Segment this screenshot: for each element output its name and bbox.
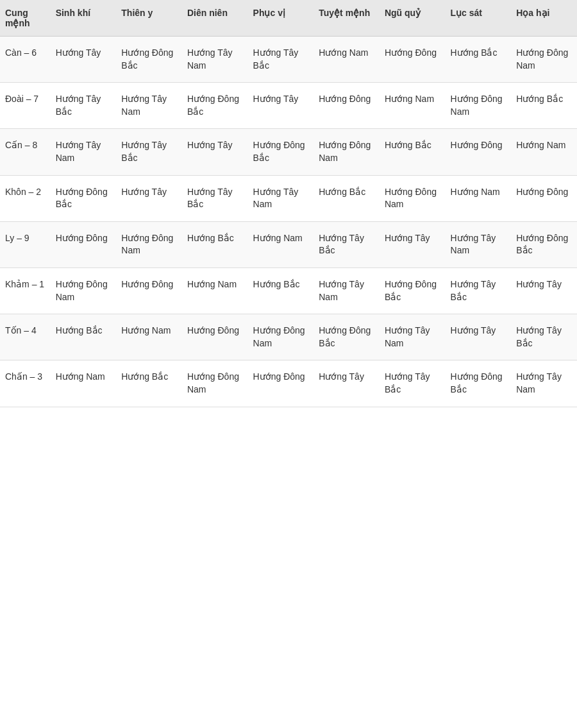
table-row: Ly – 9Hướng ĐôngHướng Đông NamHướng BắcH…	[0, 221, 577, 267]
cell-dien_nien: Hướng Tây	[182, 129, 248, 175]
table-row: Cấn – 8Hướng Tây NamHướng Tây BắcHướng T…	[0, 129, 577, 175]
cell-cung_menh: Cấn – 8	[0, 129, 51, 175]
cell-dien_nien: Hướng Đông Bắc	[182, 83, 248, 129]
cell-luc_sat: Hướng Tây Nam	[446, 221, 512, 267]
cell-tuyet_menh: Hướng Đông Nam	[314, 129, 380, 175]
header-luc-sat: Lục sát	[446, 0, 512, 37]
table-header-row: Cung mệnh Sinh khí Thiên y Diên niên Phụ…	[0, 0, 577, 37]
cell-hoa_hai: Hướng Đông	[511, 175, 577, 221]
cell-ngu_quy: Hướng Tây	[380, 221, 446, 267]
cell-phuc_vi: Hướng Đông	[248, 360, 314, 407]
cell-phuc_vi: Hướng Nam	[248, 221, 314, 267]
cell-ngu_quy: Hướng Tây Bắc	[380, 360, 446, 407]
cell-thien_y: Hướng Tây	[116, 175, 182, 221]
cell-tuyet_menh: Hướng Bắc	[314, 175, 380, 221]
cell-hoa_hai: Hướng Nam	[511, 129, 577, 175]
cell-cung_menh: Tốn – 4	[0, 314, 51, 360]
header-cung-menh: Cung mệnh	[0, 0, 51, 37]
cell-luc_sat: Hướng Đông Nam	[446, 83, 512, 129]
cell-ngu_quy: Hướng Đông	[380, 37, 446, 83]
cell-ngu_quy: Hướng Đông Bắc	[380, 267, 446, 314]
cell-hoa_hai: Hướng Đông Bắc	[511, 221, 577, 267]
cell-sinh_khi: Hướng Tây Bắc	[51, 83, 117, 129]
table-row: Khôn – 2Hướng Đông BắcHướng TâyHướng Tây…	[0, 175, 577, 221]
cell-luc_sat: Hướng Tây	[446, 314, 512, 360]
cell-sinh_khi: Hướng Tây	[51, 37, 117, 83]
cell-cung_menh: Ly – 9	[0, 221, 51, 267]
cell-luc_sat: Hướng Bắc	[446, 37, 512, 83]
cell-tuyet_menh: Hướng Đông Bắc	[314, 314, 380, 360]
cell-sinh_khi: Hướng Tây Nam	[51, 129, 117, 175]
table-container: Cung mệnh Sinh khí Thiên y Diên niên Phụ…	[0, 0, 577, 407]
cell-thien_y: Hướng Đông	[116, 267, 182, 314]
cell-dien_nien: Hướng Nam	[182, 267, 248, 314]
header-phuc-vi: Phục vị	[248, 0, 314, 37]
header-ngu-quy: Ngũ quỷ	[380, 0, 446, 37]
cell-phuc_vi: Hướng Bắc	[248, 267, 314, 314]
cell-hoa_hai: Hướng Tây	[511, 267, 577, 314]
cell-thien_y: Hướng Bắc	[116, 360, 182, 407]
cell-hoa_hai: Hướng Tây Bắc	[511, 314, 577, 360]
header-sinh-khi: Sinh khí	[51, 0, 117, 37]
cell-cung_menh: Càn – 6	[0, 37, 51, 83]
cell-ngu_quy: Hướng Đông Nam	[380, 175, 446, 221]
cell-thien_y: Hướng Đông Nam	[116, 221, 182, 267]
table-row: Chấn – 3Hướng NamHướng BắcHướng Đông Nam…	[0, 360, 577, 407]
cell-sinh_khi: Hướng Đông Bắc	[51, 175, 117, 221]
cell-dien_nien: Hướng Đông Nam	[182, 360, 248, 407]
header-tuyet-menh: Tuyệt mệnh	[314, 0, 380, 37]
cell-cung_menh: Khôn – 2	[0, 175, 51, 221]
cell-cung_menh: Khảm – 1	[0, 267, 51, 314]
cell-dien_nien: Hướng Bắc	[182, 221, 248, 267]
cell-cung_menh: Đoài – 7	[0, 83, 51, 129]
cell-thien_y: Hướng Tây Bắc	[116, 129, 182, 175]
cell-sinh_khi: Hướng Nam	[51, 360, 117, 407]
header-hoa-hai: Họa hại	[511, 0, 577, 37]
cell-tuyet_menh: Hướng Tây	[314, 360, 380, 407]
table-row: Càn – 6Hướng TâyHướng Đông BắcHướng Tây …	[0, 37, 577, 83]
table-row: Khảm – 1Hướng Đông NamHướng ĐôngHướng Na…	[0, 267, 577, 314]
cell-tuyet_menh: Hướng Nam	[314, 37, 380, 83]
cell-tuyet_menh: Hướng Tây Nam	[314, 267, 380, 314]
cell-phuc_vi: Hướng Tây Bắc	[248, 37, 314, 83]
cell-ngu_quy: Hướng Bắc	[380, 129, 446, 175]
cell-ngu_quy: Hướng Nam	[380, 83, 446, 129]
cell-thien_y: Hướng Nam	[116, 314, 182, 360]
cell-luc_sat: Hướng Đông	[446, 129, 512, 175]
cell-dien_nien: Hướng Tây Nam	[182, 37, 248, 83]
cell-hoa_hai: Hướng Đông Nam	[511, 37, 577, 83]
cell-ngu_quy: Hướng Tây Nam	[380, 314, 446, 360]
header-dien-nien: Diên niên	[182, 0, 248, 37]
cell-luc_sat: Hướng Tây Bắc	[446, 267, 512, 314]
cell-phuc_vi: Hướng Tây	[248, 83, 314, 129]
cell-cung_menh: Chấn – 3	[0, 360, 51, 407]
cell-thien_y: Hướng Tây Nam	[116, 83, 182, 129]
header-thien-y: Thiên y	[116, 0, 182, 37]
cell-phuc_vi: Hướng Tây Nam	[248, 175, 314, 221]
cell-sinh_khi: Hướng Bắc	[51, 314, 117, 360]
table-row: Tốn – 4Hướng BắcHướng NamHướng ĐôngHướng…	[0, 314, 577, 360]
cell-phuc_vi: Hướng Đông Nam	[248, 314, 314, 360]
feng-shui-table: Cung mệnh Sinh khí Thiên y Diên niên Phụ…	[0, 0, 577, 407]
cell-hoa_hai: Hướng Tây Nam	[511, 360, 577, 407]
cell-sinh_khi: Hướng Đông	[51, 221, 117, 267]
table-row: Đoài – 7Hướng Tây BắcHướng Tây NamHướng …	[0, 83, 577, 129]
cell-sinh_khi: Hướng Đông Nam	[51, 267, 117, 314]
cell-dien_nien: Hướng Tây Bắc	[182, 175, 248, 221]
cell-phuc_vi: Hướng Đông Bắc	[248, 129, 314, 175]
cell-dien_nien: Hướng Đông	[182, 314, 248, 360]
cell-hoa_hai: Hướng Bắc	[511, 83, 577, 129]
cell-thien_y: Hướng Đông Bắc	[116, 37, 182, 83]
cell-tuyet_menh: Hướng Tây Bắc	[314, 221, 380, 267]
cell-tuyet_menh: Hướng Đông	[314, 83, 380, 129]
cell-luc_sat: Hướng Nam	[446, 175, 512, 221]
cell-luc_sat: Hướng Đông Bắc	[446, 360, 512, 407]
